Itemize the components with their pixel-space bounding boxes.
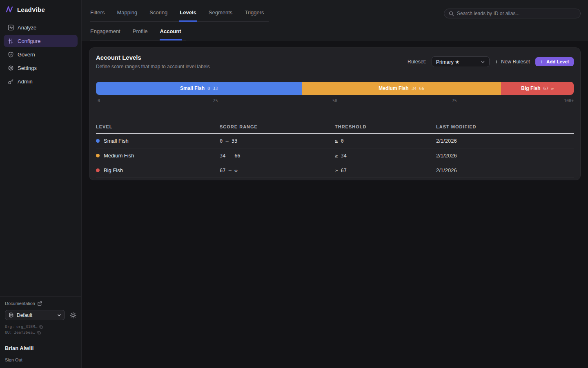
sign-out-link[interactable]: Sign Out: [5, 357, 76, 362]
level-color-dot: [96, 154, 100, 157]
ruleset-label: Ruleset:: [408, 59, 426, 65]
user-name: Brian Alwill: [5, 345, 76, 351]
ou-id-line: OU: 2eef3bea…: [5, 330, 76, 335]
ruleset-value: Primary ★: [436, 59, 460, 65]
new-ruleset-button[interactable]: + New Ruleset: [495, 59, 530, 65]
level-color-dot: [96, 139, 100, 143]
sidebar-item-analyze[interactable]: Analyze: [4, 21, 78, 34]
new-ruleset-label: New Ruleset: [501, 59, 530, 65]
scale-tick: 25: [213, 99, 218, 103]
segment-range: 0–33: [207, 86, 218, 91]
sun-icon: [70, 312, 76, 319]
sub-tab[interactable]: Account: [160, 28, 182, 40]
segment-name: Small Fish: [180, 85, 205, 91]
content-area: Account Levels Define score ranges that …: [82, 41, 588, 368]
sidebar-item-label: Settings: [18, 65, 37, 71]
level-range-bar: Small Fish 0–33 Medium Fish 34–66 Big Fi…: [96, 82, 574, 95]
primary-tab[interactable]: Filters: [90, 9, 105, 22]
panel-controls: Ruleset: Primary ★ + New Ruleset + Add L…: [408, 56, 574, 67]
column-header-level: LEVEL: [96, 120, 220, 133]
environment-row: Default: [5, 310, 76, 320]
copy-org-id-button[interactable]: [39, 325, 43, 329]
primary-tab[interactable]: Levels: [179, 9, 196, 22]
environment-select[interactable]: Default: [5, 310, 65, 320]
threshold-cell: ≥ 34: [335, 153, 436, 159]
level-name: Small Fish: [104, 138, 129, 144]
primary-tab[interactable]: Triggers: [244, 9, 264, 22]
level-range-visualization: Small Fish 0–33 Medium Fish 34–66 Big Fi…: [89, 75, 580, 104]
sub-tab-bar: Engagement Profile Account: [90, 28, 186, 40]
sidebar-item-label: Analyze: [18, 25, 36, 31]
org-value: org_31EM…: [16, 324, 37, 330]
primary-tab-bar: Filters Mapping Scoring Levels Segments …: [90, 9, 269, 22]
tenant-ids: Org: org_31EM… OU: 2eef3bea…: [5, 324, 76, 335]
sub-tab[interactable]: Profile: [132, 28, 148, 40]
scale-tick: 50: [332, 99, 337, 103]
sidebar-item-admin[interactable]: Admin: [4, 75, 78, 88]
add-level-button[interactable]: + Add Level: [535, 57, 574, 66]
scale-tick: 0: [98, 99, 100, 103]
column-header-threshold: THRESHOLD: [335, 120, 436, 133]
documentation-link[interactable]: Documentation: [5, 301, 76, 306]
shield-check-icon: [8, 52, 14, 58]
ou-label: OU:: [5, 330, 12, 335]
activity-icon: [8, 25, 14, 31]
sidebar-nav: Analyze Configure Govern Settings A: [0, 18, 81, 89]
org-id-line: Org: org_31EM…: [5, 324, 76, 330]
score-range-cell: 0 – 33: [220, 138, 335, 144]
sub-tab[interactable]: Engagement: [90, 28, 121, 40]
level-segment[interactable]: Small Fish 0–33: [96, 82, 302, 95]
copy-icon: [39, 325, 43, 329]
building-icon: [9, 312, 14, 318]
sidebar-item-configure[interactable]: Configure: [4, 35, 78, 47]
gear-icon: [8, 65, 14, 71]
search-icon: [449, 11, 454, 16]
topbar: Filters Mapping Scoring Levels Segments …: [82, 0, 588, 41]
primary-tab[interactable]: Scoring: [149, 9, 168, 22]
panel-header: Account Levels Define score ranges that …: [89, 48, 580, 75]
key-icon: [8, 79, 14, 85]
primary-tab[interactable]: Segments: [208, 9, 233, 22]
sidebar: LeadVibe Analyze Configure Govern: [0, 0, 82, 368]
score-range-cell: 67 – ∞: [220, 168, 335, 173]
leadvibe-logo-icon: [5, 5, 14, 14]
level-color-dot: [96, 168, 100, 172]
copy-ou-id-button[interactable]: [37, 331, 41, 334]
sidebar-item-label: Admin: [18, 79, 33, 85]
external-link-icon: [38, 301, 42, 306]
column-header-last-modified: LAST MODIFIED: [436, 120, 574, 133]
threshold-cell: ≥ 67: [335, 168, 436, 173]
last-modified-cell: 2/1/2026: [436, 167, 574, 173]
level-segment[interactable]: Big Fish 67–∞: [501, 82, 574, 95]
score-scale: 0 25 50 75 100+: [96, 99, 574, 104]
threshold-cell: ≥ 0: [335, 138, 436, 144]
panel-subtitle: Define score ranges that map to account …: [96, 64, 210, 70]
search-bar: [444, 9, 581, 18]
sidebar-footer: Documentation Default Org: org_: [0, 296, 81, 368]
ou-value: 2eef3bea…: [14, 330, 35, 335]
plus-icon: +: [540, 59, 543, 65]
sidebar-item-label: Configure: [18, 38, 40, 44]
sidebar-item-label: Govern: [18, 52, 35, 58]
level-name: Medium Fish: [104, 153, 134, 159]
last-modified-cell: 2/1/2026: [436, 138, 574, 144]
main-area: Filters Mapping Scoring Levels Segments …: [82, 0, 588, 368]
scale-tick: 75: [452, 99, 457, 103]
environment-value: Default: [17, 312, 32, 318]
brand: LeadVibe: [0, 0, 81, 18]
level-cell: Medium Fish: [96, 153, 220, 159]
sidebar-item-govern[interactable]: Govern: [4, 48, 78, 61]
footer-divider: [5, 340, 76, 340]
level-segment[interactable]: Medium Fish 34–66: [302, 82, 501, 95]
search-input[interactable]: [457, 11, 576, 16]
account-levels-panel: Account Levels Define score ranges that …: [89, 47, 581, 180]
primary-tab[interactable]: Mapping: [116, 9, 138, 22]
ruleset-select[interactable]: Primary ★: [432, 56, 490, 67]
theme-toggle-button[interactable]: [70, 312, 76, 319]
table-header-row: LEVEL SCORE RANGE THRESHOLD LAST MODIFIE…: [96, 120, 574, 134]
sidebar-item-settings[interactable]: Settings: [4, 62, 78, 74]
brand-name: LeadVibe: [17, 6, 45, 13]
chevron-down-icon: [57, 313, 61, 317]
score-range-cell: 34 – 66: [220, 153, 335, 159]
copy-icon: [37, 331, 41, 334]
